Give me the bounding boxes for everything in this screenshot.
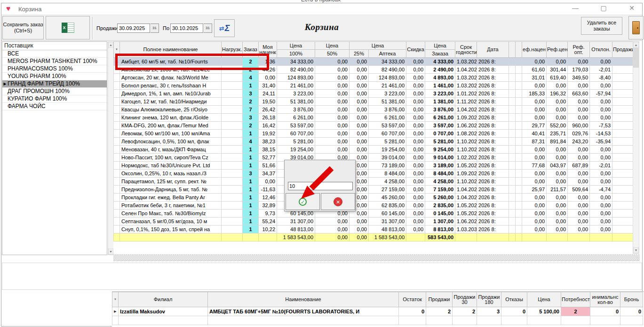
cell-markup[interactable]: 19,92 <box>259 130 277 138</box>
cell-sales[interactable] <box>612 66 633 74</box>
cell-discount[interactable]: 0,00 <box>406 138 425 146</box>
cell-apteka[interactable]: 124 893,00 <box>369 74 406 82</box>
cell-blank[interactable] <box>509 130 516 138</box>
dialog-cancel-button[interactable]: ✕ <box>321 193 355 210</box>
cell-blank[interactable] <box>509 202 516 210</box>
cell-ref-markup[interactable]: 0,00 <box>522 226 547 234</box>
cell-ref-price[interactable]: 235,71 <box>547 130 568 138</box>
delete-all-orders-button[interactable]: Удалить все заказы <box>581 17 622 35</box>
cell-markup[interactable]: 38,23 <box>259 138 277 146</box>
cell-name[interactable]: Оксолин, 0,25%, 10 г, мазь назал./З <box>120 170 222 178</box>
cell-markup[interactable]: 51,66 <box>259 162 277 170</box>
cell-order[interactable]: 2 <box>243 58 259 66</box>
cell-ref-markup[interactable]: 0,00 <box>522 82 547 90</box>
cell-apteka[interactable]: 39 014,00 <box>369 154 406 162</box>
cell-date[interactable]: 2026 8: <box>477 114 509 122</box>
supplier-item[interactable]: MEROS PHARM TASHKENT 100% <box>2 58 107 65</box>
cell-date[interactable]: 2026 8: <box>477 58 509 66</box>
cell-reserve[interactable]: 0 <box>620 307 643 316</box>
cell-price100[interactable]: 53 597,00 <box>277 122 315 130</box>
grid-row[interactable]: Парацетамол, 125 мг, супп. рект. №10,004… <box>114 178 633 186</box>
row-marker[interactable] <box>114 162 120 170</box>
cell-ref-price[interactable]: 0,00 <box>547 114 568 122</box>
cell-discount[interactable]: 0,00 <box>406 114 425 122</box>
cell-deviation[interactable]: 0,00 <box>590 194 612 202</box>
column-header[interactable]: Цена <box>425 42 455 50</box>
cell-expiry[interactable]: 1.06.202 <box>455 122 477 130</box>
grid-row[interactable]: Ротабиотик беби, 3 г, пакетики, №1132,89… <box>114 202 633 210</box>
cell-stock[interactable]: 0 <box>399 307 426 316</box>
cell-ref-price[interactable]: 0,00 <box>547 178 568 186</box>
cell-order[interactable]: 7 <box>243 106 259 114</box>
exit-button[interactable] <box>628 16 644 39</box>
cell-price100[interactable]: 82 490,00 <box>277 66 315 74</box>
cell-apteka[interactable]: 21 461,00 <box>369 82 406 90</box>
cell-expiry[interactable]: 1.05.202 <box>455 202 477 210</box>
cell-deviation[interactable]: 0,00 <box>590 146 612 154</box>
supplier-item[interactable]: ФАРМА ЧОЙС <box>2 103 107 110</box>
cell-markup[interactable]: 0,00 <box>259 178 277 186</box>
cell-deviation[interactable]: -14,53 <box>590 130 612 138</box>
cell-load[interactable] <box>222 162 243 170</box>
cell-load[interactable] <box>222 146 243 154</box>
row-marker[interactable]: ▶ <box>114 58 120 66</box>
column-header[interactable]: еф.нацен <box>522 42 547 58</box>
cell-ref-price[interactable]: 211,57 <box>547 186 568 194</box>
column-header[interactable]: 25% <box>350 50 369 58</box>
cell-order-price[interactable]: 5 281,00 <box>425 138 455 146</box>
cell-deviation[interactable]: 0,00 <box>590 154 612 162</box>
column-header[interactable]: Отклон. <box>590 42 612 58</box>
cell-apteka[interactable]: 73 189,00 <box>369 162 406 170</box>
cell-order[interactable]: 1 <box>243 178 259 186</box>
row-marker[interactable] <box>114 226 120 234</box>
cell-ref-price[interactable]: 0,00 <box>547 170 568 178</box>
row-marker[interactable] <box>114 146 120 154</box>
column-header[interactable]: Срок годности <box>455 42 477 58</box>
grid-row[interactable]: Клининг энема, 120 мл, флак./Golde326,18… <box>114 114 633 122</box>
cell-apteka[interactable]: 82 490,00 <box>369 66 406 74</box>
cell-sales[interactable] <box>612 162 633 170</box>
cell-deviation[interactable]: 0,00 <box>590 106 612 114</box>
cell-price100[interactable]: 6 261,00 <box>277 114 315 122</box>
cell-date[interactable]: 2026 8: <box>477 98 509 106</box>
cell-ref-markup[interactable]: 0,00 <box>522 146 547 154</box>
cell-blank[interactable] <box>509 114 516 122</box>
cell-ref-opt[interactable]: 0,00 <box>568 106 590 114</box>
cell-deviation[interactable]: -57,94 <box>590 90 612 98</box>
cell-date[interactable]: 2026 8: <box>477 66 509 74</box>
cell-load[interactable] <box>222 106 243 114</box>
cell-name[interactable]: Ротабиотик беби, 3 г, пакетики, №1 <box>120 202 222 210</box>
cell-expiry[interactable]: 1.04.202 <box>455 66 477 74</box>
cell-order[interactable]: 1 <box>243 218 259 226</box>
column-header[interactable]: Продажи 30 <box>453 292 477 307</box>
cell-sales[interactable]: 2 <box>426 307 453 316</box>
cell-date[interactable]: 2026 8: <box>477 82 509 90</box>
grid-row[interactable]: Прокладки гиг. ежед. Bella Panty Ar112,4… <box>114 194 633 202</box>
cell-order[interactable]: 1 <box>243 226 259 234</box>
cell-order-price[interactable]: 8 484,00 <box>425 170 455 178</box>
cell-markup[interactable]: 10,22 <box>259 226 277 234</box>
cell-date[interactable]: 2026 8: <box>477 170 509 178</box>
cell-blank[interactable] <box>516 154 522 162</box>
cell-ref-price[interactable]: 0,00 <box>547 154 568 162</box>
cell-ref-price[interactable]: 552,00 <box>547 122 568 130</box>
column-header[interactable]: Дата <box>477 42 509 58</box>
column-header[interactable]: Потребност <box>561 292 590 307</box>
cell-ref-markup[interactable]: 0,00 <box>522 58 547 66</box>
cell-deviation[interactable]: 0,00 <box>590 82 612 90</box>
row-marker[interactable] <box>114 186 120 194</box>
cell-deviation[interactable]: 0,00 <box>590 58 612 66</box>
scrollbar-thumb[interactable] <box>633 48 639 68</box>
cell-order-price[interactable]: 5 260,00 <box>425 194 455 202</box>
cell-order[interactable]: 2 <box>243 66 259 74</box>
cell-name[interactable]: Амоксиклав 2х, 1000 мг, таб. №14/Le <box>120 66 222 74</box>
cell-ref-opt[interactable]: 0,00 <box>568 146 590 154</box>
cell-price25[interactable]: 0,00 <box>350 226 369 234</box>
column-header[interactable]: Продажи 180 <box>477 292 501 307</box>
cell-ref-opt[interactable]: 663,60 <box>568 90 590 98</box>
cell-date[interactable]: 2026 8: <box>477 226 509 234</box>
cell-price25[interactable]: 0,00 <box>350 122 369 130</box>
cell-blank[interactable] <box>509 82 516 90</box>
cell-name[interactable]: АМБЦЕТ ТАБ 60МГ+5МГ №10(FOURRTS LABORATO… <box>208 307 399 316</box>
row-marker[interactable] <box>114 170 120 178</box>
